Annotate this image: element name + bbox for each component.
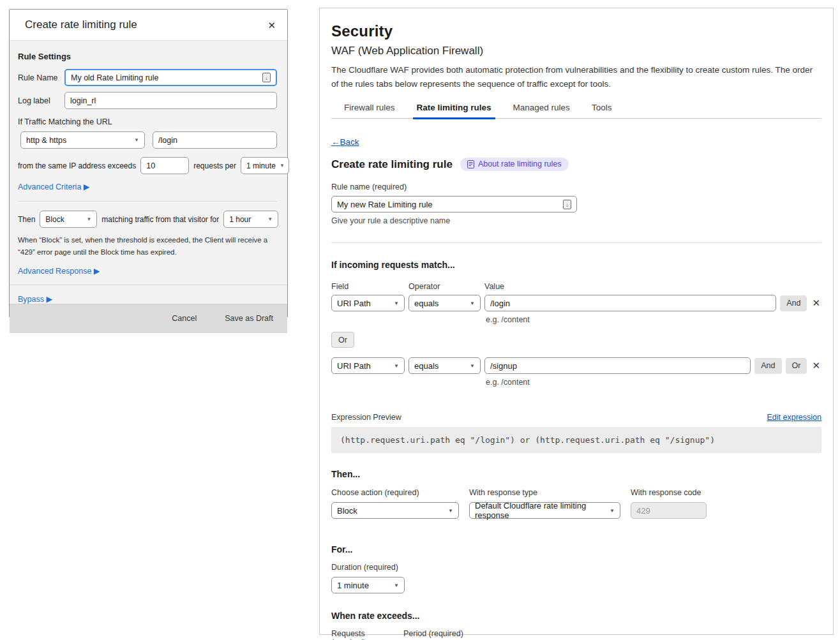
then-label: Then xyxy=(18,215,35,224)
chevron-down-icon: ▼ xyxy=(466,301,475,306)
response-code-column: With response code 429 xyxy=(631,488,707,519)
rate-labels: Requests (required) Period (required) xyxy=(331,629,821,640)
url-input[interactable]: /login xyxy=(153,131,277,149)
document-icon xyxy=(467,160,474,168)
back-label: Back xyxy=(340,137,359,147)
scheme-select[interactable]: http & https ▼ xyxy=(20,131,145,149)
modal-footer: Cancel Save as Draft xyxy=(10,304,287,333)
match-row: URI Path ▼ equals ▼ /signup And Or ✕ xyxy=(331,357,821,374)
period-value: 1 minute xyxy=(246,161,276,170)
waf-panel: Security WAF (Web Application Firewall) … xyxy=(319,8,834,635)
chevron-down-icon: ▼ xyxy=(606,508,615,514)
modal-header: Create rate limiting rule ✕ xyxy=(10,10,287,41)
rule-name-row: Rule Name My old Rate Limiting rule ↓ xyxy=(18,69,277,86)
autofill-icon[interactable]: ↓ xyxy=(262,73,271,82)
match-section-title: If incoming requests match... xyxy=(331,260,821,270)
value-input[interactable]: /signup xyxy=(484,357,751,374)
action-value: Block xyxy=(45,215,64,224)
log-label-row: Log label login_rl xyxy=(18,92,277,109)
about-rate-limiting-badge[interactable]: About rate limiting rules xyxy=(460,158,569,171)
then-section-title: Then... xyxy=(331,469,821,479)
rule-name-value: My new Rate Limiting rule xyxy=(337,200,433,209)
tab-managed-rules[interactable]: Managed rules xyxy=(512,100,571,118)
log-label-value: login_rl xyxy=(70,96,96,105)
period-select[interactable]: 1 minute ▼ xyxy=(241,157,289,174)
or-button[interactable]: Or xyxy=(786,358,807,374)
or-connector: Or xyxy=(331,332,821,348)
field-value: URI Path xyxy=(337,361,371,371)
tab-bar: Firewall rules Rate limiting rules Manag… xyxy=(331,100,821,119)
operator-select[interactable]: equals ▼ xyxy=(409,357,481,374)
action-select[interactable]: Block ▼ xyxy=(40,211,97,228)
url-value: /login xyxy=(158,136,177,145)
value-text: /signup xyxy=(490,361,517,371)
action-select[interactable]: Block ▼ xyxy=(331,502,459,519)
and-button[interactable]: And xyxy=(780,295,807,311)
field-select[interactable]: URI Path ▼ xyxy=(331,357,405,374)
then-controls: Choose action (required) Block ▼ With re… xyxy=(331,488,821,519)
expression-preview-label: Expression Preview xyxy=(331,413,401,422)
remove-condition-icon[interactable]: ✕ xyxy=(811,297,821,309)
remove-condition-icon[interactable]: ✕ xyxy=(811,360,821,371)
chevron-down-icon: ▼ xyxy=(390,363,399,369)
tab-firewall-rules[interactable]: Firewall rules xyxy=(343,100,396,118)
field-select[interactable]: URI Path ▼ xyxy=(331,295,405,311)
block-note: When “Block” is set, when the threshold … xyxy=(18,234,277,258)
duration-select[interactable]: 1 minute ▼ xyxy=(331,577,405,593)
rule-name-input[interactable]: My new Rate Limiting rule ↓ xyxy=(331,196,577,212)
response-type-column: With response type Default Cloudflare ra… xyxy=(469,488,620,519)
threshold-prefix: from the same IP address exceeds xyxy=(18,161,136,170)
requests-label: Requests (required) xyxy=(331,629,397,640)
rule-name-input[interactable]: My old Rate Limiting rule ↓ xyxy=(64,69,277,86)
advanced-response-link[interactable]: Advanced Response ▶ xyxy=(18,266,100,276)
rate-section-title: When rate exceeds... xyxy=(331,611,821,621)
advanced-criteria-link[interactable]: Advanced Criteria ▶ xyxy=(18,182,89,191)
then-row: Then Block ▼ matching traffic from that … xyxy=(18,211,277,228)
value-text: /login xyxy=(490,299,510,308)
or-button[interactable]: Or xyxy=(331,332,354,348)
divider xyxy=(18,201,277,202)
threshold-row: from the same IP address exceeds 10 requ… xyxy=(18,157,277,174)
action-column: Choose action (required) Block ▼ xyxy=(331,488,459,519)
tab-rate-limiting-rules[interactable]: Rate limiting rules xyxy=(416,100,493,118)
edit-expression-link[interactable]: Edit expression xyxy=(767,413,821,422)
response-type-label: With response type xyxy=(469,488,620,497)
chevron-down-icon: ▼ xyxy=(82,216,91,222)
ban-duration-select[interactable]: 1 hour ▼ xyxy=(223,211,278,228)
log-label-input[interactable]: login_rl xyxy=(64,92,277,109)
duration-value: 1 minute xyxy=(337,581,369,590)
choose-action-label: Choose action (required) xyxy=(331,488,459,497)
response-code-label: With response code xyxy=(631,488,707,497)
ban-duration-value: 1 hour xyxy=(229,215,251,224)
response-code-value: 429 xyxy=(636,506,650,516)
chevron-down-icon: ▼ xyxy=(390,583,399,588)
page-description: The Cloudflare WAF provides both automat… xyxy=(331,63,821,91)
bypass-link[interactable]: Bypass ▶ xyxy=(18,294,52,304)
field-value: URI Path xyxy=(337,299,371,308)
close-icon[interactable]: ✕ xyxy=(265,18,278,33)
rule-name-label: Rule Name xyxy=(18,73,64,82)
duration-label: Duration (required) xyxy=(331,563,821,572)
chevron-down-icon: ▼ xyxy=(276,163,285,168)
operator-select[interactable]: equals ▼ xyxy=(409,295,481,311)
tab-tools[interactable]: Tools xyxy=(590,100,613,118)
action-value: Block xyxy=(337,506,357,516)
response-type-select[interactable]: Default Cloudflare rate limiting respons… xyxy=(469,502,620,519)
operator-value: equals xyxy=(414,361,439,371)
operator-column-label: Operator xyxy=(409,282,481,291)
traffic-match-label: If Traffic Matching the URL xyxy=(18,117,277,126)
back-link[interactable]: ←Back xyxy=(331,137,359,147)
cancel-button[interactable]: Cancel xyxy=(172,314,197,323)
scheme-value: http & https xyxy=(26,136,66,145)
autofill-icon[interactable]: ↓ xyxy=(563,200,571,209)
expression-header: Expression Preview Edit expression xyxy=(331,413,821,422)
requests-input[interactable]: 10 xyxy=(140,157,189,174)
chevron-down-icon: ▼ xyxy=(390,301,399,306)
modal-body: Rule Settings Rule Name My old Rate Limi… xyxy=(10,41,287,304)
value-input[interactable]: /login xyxy=(484,295,776,311)
field-column-label: Field xyxy=(331,282,405,291)
and-button[interactable]: And xyxy=(754,358,781,374)
save-as-draft-button[interactable]: Save as Draft xyxy=(225,314,273,323)
modal-title: Create rate limiting rule xyxy=(25,19,137,31)
then-middle: matching traffic from that visitor for xyxy=(101,215,219,224)
